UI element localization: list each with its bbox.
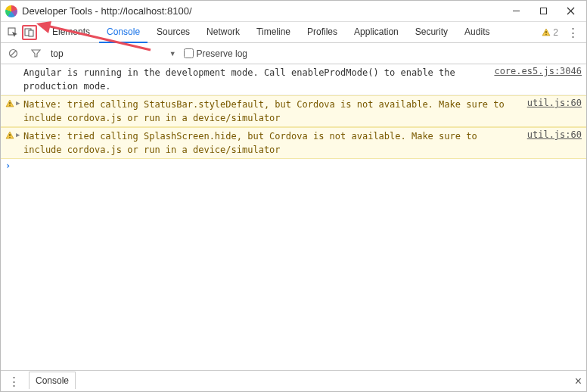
warnings-count: 2 xyxy=(553,27,558,38)
console-message: Angular is running in the development mo… xyxy=(1,64,586,95)
device-toolbar-icon[interactable] xyxy=(22,25,37,40)
svg-rect-6 xyxy=(29,30,33,36)
tab-audits[interactable]: Audits xyxy=(457,22,497,43)
minimize-button[interactable] xyxy=(505,2,527,20)
message-text: Native: tried calling StatusBar.styleDef… xyxy=(23,98,520,125)
svg-rect-14 xyxy=(9,105,10,106)
warning-icon xyxy=(5,131,14,140)
console-message: ▶Native: tried calling SplashScreen.hide… xyxy=(1,127,586,159)
message-text: Native: tried calling SplashScreen.hide,… xyxy=(23,129,520,157)
expand-icon[interactable]: ▶ xyxy=(16,99,20,107)
panel-tabs: ElementsConsoleSourcesNetworkTimelinePro… xyxy=(45,22,497,43)
devtools-logo-icon xyxy=(5,5,17,17)
console-body: Angular is running in the development mo… xyxy=(1,64,586,370)
message-gutter: ▶ xyxy=(5,129,23,157)
warning-icon xyxy=(5,99,14,108)
warnings-indicator[interactable]: 2 xyxy=(542,27,558,38)
message-gutter xyxy=(5,66,23,93)
message-text: Angular is running in the development mo… xyxy=(23,66,486,93)
preserve-log-checkbox[interactable]: Preserve log xyxy=(184,48,247,59)
console-input[interactable] xyxy=(15,160,582,171)
svg-line-12 xyxy=(11,51,16,56)
svg-rect-16 xyxy=(9,137,10,138)
inspect-element-icon[interactable] xyxy=(5,25,20,40)
console-prompt[interactable]: › xyxy=(1,159,586,173)
message-source-link[interactable]: util.js:60 xyxy=(520,98,582,125)
expand-icon[interactable]: ▶ xyxy=(16,131,20,138)
context-label: top xyxy=(51,48,64,59)
tab-security[interactable]: Security xyxy=(408,22,455,43)
tab-console[interactable]: Console xyxy=(99,22,148,43)
console-filter-bar: top ▼ Preserve log xyxy=(1,43,586,64)
message-source-link[interactable]: util.js:60 xyxy=(520,129,582,157)
maximize-button[interactable] xyxy=(532,2,554,20)
window-title: Developer Tools - http://localhost:8100/ xyxy=(22,5,192,17)
clear-console-icon[interactable] xyxy=(5,46,20,61)
message-source-link[interactable]: core.es5.js:3046 xyxy=(486,66,582,93)
preserve-log-label: Preserve log xyxy=(197,48,247,59)
tab-profiles[interactable]: Profiles xyxy=(300,22,345,43)
tab-timeline[interactable]: Timeline xyxy=(249,22,298,43)
tab-elements[interactable]: Elements xyxy=(45,22,98,43)
context-selector[interactable]: top ▼ xyxy=(51,48,176,59)
titlebar: Developer Tools - http://localhost:8100/ xyxy=(1,1,586,22)
svg-rect-15 xyxy=(9,134,10,136)
prompt-caret-icon: › xyxy=(5,160,11,171)
toolbar: ElementsConsoleSourcesNetworkTimelinePro… xyxy=(1,22,586,43)
svg-rect-13 xyxy=(9,102,10,104)
preserve-log-input[interactable] xyxy=(184,48,194,58)
filter-icon[interactable] xyxy=(28,46,43,61)
settings-menu-icon[interactable]: ⋮ xyxy=(564,26,582,39)
drawer-tab-console[interactable]: Console xyxy=(29,372,76,389)
svg-rect-7 xyxy=(546,31,547,33)
drawer-close-icon[interactable]: × xyxy=(575,375,582,388)
chevron-down-icon: ▼ xyxy=(169,50,176,58)
tab-network[interactable]: Network xyxy=(199,22,247,43)
svg-rect-8 xyxy=(546,34,547,35)
warning-icon xyxy=(542,28,551,37)
drawer-menu-icon[interactable]: ⋮ xyxy=(5,375,23,388)
tab-sources[interactable]: Sources xyxy=(149,22,197,43)
drawer: ⋮ Console × xyxy=(1,370,586,391)
close-button[interactable] xyxy=(559,2,582,20)
svg-rect-1 xyxy=(540,8,546,14)
console-message: ▶Native: tried calling StatusBar.styleDe… xyxy=(1,95,586,127)
message-gutter: ▶ xyxy=(5,98,23,125)
tab-application[interactable]: Application xyxy=(346,22,406,43)
